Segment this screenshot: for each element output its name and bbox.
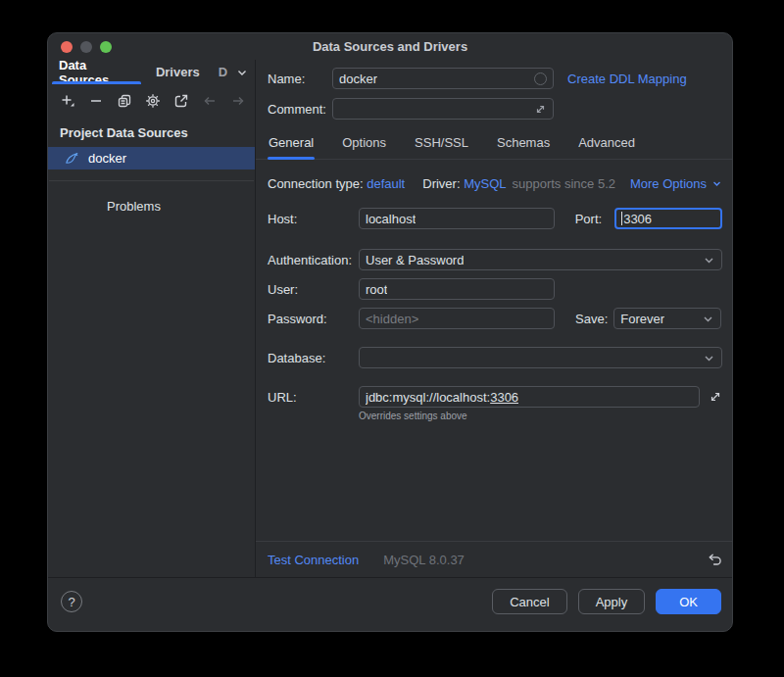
save-label: Save: bbox=[575, 312, 608, 326]
name-spinner-icon bbox=[534, 73, 547, 85]
settings-gear-icon[interactable] bbox=[145, 93, 161, 109]
save-select[interactable]: Forever bbox=[613, 308, 721, 329]
user-value: root bbox=[366, 282, 387, 297]
driver-label: Driver: bbox=[422, 176, 460, 191]
driver-link[interactable]: MySQL bbox=[464, 176, 506, 191]
project-data-sources-header: Project Data Sources bbox=[48, 116, 255, 147]
tab-schemas-label: Schemas bbox=[497, 135, 550, 150]
tab-options[interactable]: Options bbox=[341, 128, 387, 159]
user-row: User: root bbox=[268, 278, 722, 300]
tab-general-label: General bbox=[269, 135, 314, 150]
data-source-item-label: docker bbox=[88, 151, 126, 166]
remove-button[interactable] bbox=[88, 93, 104, 109]
more-options-link[interactable]: More Options bbox=[630, 176, 722, 191]
help-button[interactable]: ? bbox=[61, 591, 82, 612]
tab-drivers-label: Drivers bbox=[156, 65, 200, 79]
tab-ddl-truncated[interactable]: D bbox=[215, 60, 227, 84]
authentication-select[interactable]: User & Password bbox=[359, 249, 722, 270]
password-save-row: Password: <hidden> Save: Forever bbox=[268, 308, 722, 329]
data-source-item-docker[interactable]: docker bbox=[48, 147, 255, 169]
name-input[interactable]: docker bbox=[332, 68, 554, 89]
user-label: User: bbox=[268, 282, 359, 297]
window-title: Data Sources and Drivers bbox=[313, 39, 467, 54]
help-label: ? bbox=[68, 595, 74, 609]
apply-button[interactable]: Apply bbox=[578, 589, 646, 614]
connection-type-label: Connection type: bbox=[268, 176, 364, 191]
database-row: Database: bbox=[268, 347, 722, 368]
back-arrow-icon bbox=[202, 93, 218, 109]
tab-advanced[interactable]: Advanced bbox=[577, 128, 636, 159]
dialog-body: Data Sources Drivers D bbox=[48, 60, 732, 577]
chevron-down-icon bbox=[235, 66, 249, 79]
url-row: URL: jdbc:mysql://localhost:3306 bbox=[268, 386, 722, 408]
url-label: URL: bbox=[268, 390, 359, 405]
general-tab-content: Connection type: default Driver: MySQL s… bbox=[256, 160, 732, 541]
connection-type-row: Connection type: default Driver: MySQL s… bbox=[268, 176, 722, 191]
minimize-window-button bbox=[80, 41, 92, 53]
ok-button[interactable]: OK bbox=[656, 589, 721, 614]
tabs-overflow-chevron[interactable] bbox=[229, 60, 255, 84]
save-value: Forever bbox=[620, 312, 664, 326]
user-input[interactable]: root bbox=[359, 278, 555, 300]
port-input[interactable]: 3306 bbox=[614, 208, 722, 229]
cancel-button[interactable]: Cancel bbox=[492, 589, 566, 614]
expand-comment-icon[interactable] bbox=[534, 103, 547, 116]
host-input[interactable]: localhost bbox=[359, 208, 555, 229]
revert-icon[interactable] bbox=[708, 553, 722, 567]
driver-version: MySQL 8.0.37 bbox=[383, 553, 465, 567]
comment-input[interactable] bbox=[332, 98, 554, 120]
url-port: 3306 bbox=[490, 390, 518, 405]
export-open-icon[interactable] bbox=[173, 93, 189, 109]
connection-type-link[interactable]: default bbox=[367, 176, 405, 191]
right-panel: Name: docker Create DDL Mapping Comment: bbox=[256, 60, 732, 577]
title-bar: Data Sources and Drivers bbox=[48, 33, 732, 60]
tab-ssh-ssl[interactable]: SSH/SSL bbox=[414, 128, 469, 159]
name-row: Name: docker Create DDL Mapping bbox=[268, 68, 722, 89]
port-label: Port: bbox=[575, 212, 602, 226]
comment-label: Comment: bbox=[268, 102, 332, 117]
dialog-footer: ? Cancel Apply OK bbox=[48, 577, 732, 631]
test-connection-link[interactable]: Test Connection bbox=[268, 553, 359, 567]
left-panel-tabs: Data Sources Drivers D bbox=[48, 60, 255, 84]
name-value: docker bbox=[339, 72, 377, 86]
traffic-lights bbox=[61, 41, 112, 53]
expand-url-icon[interactable] bbox=[709, 390, 722, 404]
tab-data-sources-label: Data Sources bbox=[59, 58, 134, 87]
database-label: Database: bbox=[268, 351, 359, 365]
authentication-value: User & Password bbox=[366, 253, 464, 267]
zoom-window-button[interactable] bbox=[100, 41, 112, 53]
tab-advanced-label: Advanced bbox=[578, 135, 635, 150]
tab-general[interactable]: General bbox=[268, 128, 315, 159]
chevron-down-icon bbox=[703, 254, 715, 266]
text-caret bbox=[621, 212, 622, 225]
tab-schemas[interactable]: Schemas bbox=[496, 128, 551, 159]
tab-ddl-truncated-label: D bbox=[219, 65, 227, 79]
duplicate-icon[interactable] bbox=[117, 93, 132, 109]
header-form: Name: docker Create DDL Mapping Comment: bbox=[256, 60, 732, 120]
test-connection-bar: Test Connection MySQL 8.0.37 bbox=[256, 541, 732, 577]
host-port-row: Host: localhost Port: 3306 bbox=[268, 208, 722, 229]
host-value: localhost bbox=[366, 212, 416, 226]
forward-arrow-icon bbox=[230, 93, 246, 109]
tab-drivers[interactable]: Drivers bbox=[149, 60, 207, 84]
footer-buttons: Cancel Apply OK bbox=[492, 589, 721, 614]
database-combo[interactable] bbox=[359, 347, 722, 368]
close-window-button[interactable] bbox=[61, 41, 73, 53]
create-ddl-mapping-link[interactable]: Create DDL Mapping bbox=[567, 72, 687, 86]
tab-ssh-ssl-label: SSH/SSL bbox=[415, 135, 468, 150]
add-data-source-button[interactable] bbox=[60, 93, 75, 109]
comment-row: Comment: bbox=[268, 98, 722, 120]
url-input[interactable]: jdbc:mysql://localhost:3306 bbox=[359, 386, 700, 408]
password-placeholder: <hidden> bbox=[366, 312, 418, 326]
tab-data-sources[interactable]: Data Sources bbox=[52, 60, 141, 84]
password-input[interactable]: <hidden> bbox=[359, 308, 555, 329]
port-value: 3306 bbox=[623, 212, 652, 226]
host-label: Host: bbox=[268, 212, 359, 226]
problems-label[interactable]: Problems bbox=[48, 199, 255, 214]
left-panel-divider bbox=[49, 180, 254, 181]
password-label: Password: bbox=[268, 312, 359, 326]
chevron-down-icon bbox=[711, 178, 722, 189]
driver-note: supports since 5.2 bbox=[513, 176, 616, 191]
authentication-label: Authentication: bbox=[268, 253, 359, 267]
left-panel-toolbar bbox=[48, 84, 255, 116]
